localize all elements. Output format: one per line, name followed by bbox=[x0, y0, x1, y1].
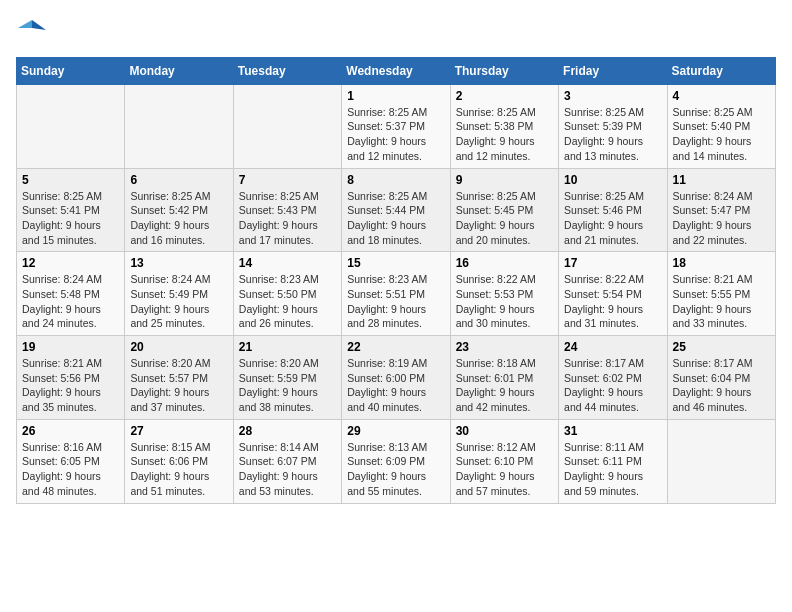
day-cell: 16Sunrise: 8:22 AM Sunset: 5:53 PM Dayli… bbox=[450, 252, 558, 336]
day-number: 10 bbox=[564, 173, 661, 187]
weekday-header-wednesday: Wednesday bbox=[342, 57, 450, 84]
day-number: 4 bbox=[673, 89, 770, 103]
day-cell: 13Sunrise: 8:24 AM Sunset: 5:49 PM Dayli… bbox=[125, 252, 233, 336]
day-info: Sunrise: 8:25 AM Sunset: 5:45 PM Dayligh… bbox=[456, 189, 553, 248]
day-number: 28 bbox=[239, 424, 336, 438]
day-number: 24 bbox=[564, 340, 661, 354]
day-info: Sunrise: 8:21 AM Sunset: 5:56 PM Dayligh… bbox=[22, 356, 119, 415]
weekday-header-saturday: Saturday bbox=[667, 57, 775, 84]
logo-bird-icon bbox=[18, 16, 46, 44]
day-info: Sunrise: 8:14 AM Sunset: 6:07 PM Dayligh… bbox=[239, 440, 336, 499]
day-number: 6 bbox=[130, 173, 227, 187]
day-cell: 20Sunrise: 8:20 AM Sunset: 5:57 PM Dayli… bbox=[125, 336, 233, 420]
day-cell: 10Sunrise: 8:25 AM Sunset: 5:46 PM Dayli… bbox=[559, 168, 667, 252]
day-number: 7 bbox=[239, 173, 336, 187]
day-number: 12 bbox=[22, 256, 119, 270]
calendar-body: 1Sunrise: 8:25 AM Sunset: 5:37 PM Daylig… bbox=[17, 84, 776, 503]
day-cell: 18Sunrise: 8:21 AM Sunset: 5:55 PM Dayli… bbox=[667, 252, 775, 336]
svg-marker-0 bbox=[32, 20, 46, 30]
week-row-5: 26Sunrise: 8:16 AM Sunset: 6:05 PM Dayli… bbox=[17, 419, 776, 503]
day-number: 16 bbox=[456, 256, 553, 270]
day-number: 18 bbox=[673, 256, 770, 270]
day-cell: 12Sunrise: 8:24 AM Sunset: 5:48 PM Dayli… bbox=[17, 252, 125, 336]
day-info: Sunrise: 8:23 AM Sunset: 5:51 PM Dayligh… bbox=[347, 272, 444, 331]
day-info: Sunrise: 8:25 AM Sunset: 5:46 PM Dayligh… bbox=[564, 189, 661, 248]
day-number: 2 bbox=[456, 89, 553, 103]
day-info: Sunrise: 8:25 AM Sunset: 5:39 PM Dayligh… bbox=[564, 105, 661, 164]
day-cell: 24Sunrise: 8:17 AM Sunset: 6:02 PM Dayli… bbox=[559, 336, 667, 420]
day-info: Sunrise: 8:25 AM Sunset: 5:43 PM Dayligh… bbox=[239, 189, 336, 248]
day-info: Sunrise: 8:21 AM Sunset: 5:55 PM Dayligh… bbox=[673, 272, 770, 331]
day-info: Sunrise: 8:24 AM Sunset: 5:48 PM Dayligh… bbox=[22, 272, 119, 331]
day-info: Sunrise: 8:20 AM Sunset: 5:59 PM Dayligh… bbox=[239, 356, 336, 415]
weekday-header-tuesday: Tuesday bbox=[233, 57, 341, 84]
day-number: 13 bbox=[130, 256, 227, 270]
day-info: Sunrise: 8:15 AM Sunset: 6:06 PM Dayligh… bbox=[130, 440, 227, 499]
day-number: 21 bbox=[239, 340, 336, 354]
day-cell: 22Sunrise: 8:19 AM Sunset: 6:00 PM Dayli… bbox=[342, 336, 450, 420]
day-cell: 27Sunrise: 8:15 AM Sunset: 6:06 PM Dayli… bbox=[125, 419, 233, 503]
day-cell: 21Sunrise: 8:20 AM Sunset: 5:59 PM Dayli… bbox=[233, 336, 341, 420]
day-number: 30 bbox=[456, 424, 553, 438]
day-info: Sunrise: 8:25 AM Sunset: 5:44 PM Dayligh… bbox=[347, 189, 444, 248]
svg-marker-1 bbox=[18, 20, 32, 28]
day-number: 25 bbox=[673, 340, 770, 354]
day-number: 3 bbox=[564, 89, 661, 103]
day-info: Sunrise: 8:25 AM Sunset: 5:42 PM Dayligh… bbox=[130, 189, 227, 248]
weekday-header-monday: Monday bbox=[125, 57, 233, 84]
day-number: 1 bbox=[347, 89, 444, 103]
weekday-header-thursday: Thursday bbox=[450, 57, 558, 84]
day-info: Sunrise: 8:25 AM Sunset: 5:38 PM Dayligh… bbox=[456, 105, 553, 164]
day-cell: 25Sunrise: 8:17 AM Sunset: 6:04 PM Dayli… bbox=[667, 336, 775, 420]
day-info: Sunrise: 8:24 AM Sunset: 5:47 PM Dayligh… bbox=[673, 189, 770, 248]
day-info: Sunrise: 8:19 AM Sunset: 6:00 PM Dayligh… bbox=[347, 356, 444, 415]
day-cell: 17Sunrise: 8:22 AM Sunset: 5:54 PM Dayli… bbox=[559, 252, 667, 336]
day-cell: 4Sunrise: 8:25 AM Sunset: 5:40 PM Daylig… bbox=[667, 84, 775, 168]
day-info: Sunrise: 8:17 AM Sunset: 6:02 PM Dayligh… bbox=[564, 356, 661, 415]
weekday-header-row: SundayMondayTuesdayWednesdayThursdayFrid… bbox=[17, 57, 776, 84]
day-number: 26 bbox=[22, 424, 119, 438]
day-cell bbox=[125, 84, 233, 168]
week-row-4: 19Sunrise: 8:21 AM Sunset: 5:56 PM Dayli… bbox=[17, 336, 776, 420]
week-row-1: 1Sunrise: 8:25 AM Sunset: 5:37 PM Daylig… bbox=[17, 84, 776, 168]
day-cell: 9Sunrise: 8:25 AM Sunset: 5:45 PM Daylig… bbox=[450, 168, 558, 252]
day-info: Sunrise: 8:23 AM Sunset: 5:50 PM Dayligh… bbox=[239, 272, 336, 331]
calendar-header: SundayMondayTuesdayWednesdayThursdayFrid… bbox=[17, 57, 776, 84]
day-cell: 5Sunrise: 8:25 AM Sunset: 5:41 PM Daylig… bbox=[17, 168, 125, 252]
day-info: Sunrise: 8:18 AM Sunset: 6:01 PM Dayligh… bbox=[456, 356, 553, 415]
day-cell bbox=[233, 84, 341, 168]
day-number: 9 bbox=[456, 173, 553, 187]
calendar: SundayMondayTuesdayWednesdayThursdayFrid… bbox=[16, 57, 776, 504]
day-cell bbox=[667, 419, 775, 503]
day-cell: 15Sunrise: 8:23 AM Sunset: 5:51 PM Dayli… bbox=[342, 252, 450, 336]
logo bbox=[16, 16, 48, 45]
day-cell: 8Sunrise: 8:25 AM Sunset: 5:44 PM Daylig… bbox=[342, 168, 450, 252]
weekday-header-sunday: Sunday bbox=[17, 57, 125, 84]
day-info: Sunrise: 8:24 AM Sunset: 5:49 PM Dayligh… bbox=[130, 272, 227, 331]
day-cell bbox=[17, 84, 125, 168]
day-number: 17 bbox=[564, 256, 661, 270]
day-number: 29 bbox=[347, 424, 444, 438]
day-number: 5 bbox=[22, 173, 119, 187]
day-cell: 11Sunrise: 8:24 AM Sunset: 5:47 PM Dayli… bbox=[667, 168, 775, 252]
day-info: Sunrise: 8:20 AM Sunset: 5:57 PM Dayligh… bbox=[130, 356, 227, 415]
day-cell: 31Sunrise: 8:11 AM Sunset: 6:11 PM Dayli… bbox=[559, 419, 667, 503]
day-info: Sunrise: 8:25 AM Sunset: 5:41 PM Dayligh… bbox=[22, 189, 119, 248]
day-cell: 29Sunrise: 8:13 AM Sunset: 6:09 PM Dayli… bbox=[342, 419, 450, 503]
day-number: 20 bbox=[130, 340, 227, 354]
day-cell: 3Sunrise: 8:25 AM Sunset: 5:39 PM Daylig… bbox=[559, 84, 667, 168]
day-number: 15 bbox=[347, 256, 444, 270]
day-cell: 30Sunrise: 8:12 AM Sunset: 6:10 PM Dayli… bbox=[450, 419, 558, 503]
week-row-3: 12Sunrise: 8:24 AM Sunset: 5:48 PM Dayli… bbox=[17, 252, 776, 336]
day-cell: 23Sunrise: 8:18 AM Sunset: 6:01 PM Dayli… bbox=[450, 336, 558, 420]
day-info: Sunrise: 8:17 AM Sunset: 6:04 PM Dayligh… bbox=[673, 356, 770, 415]
day-cell: 28Sunrise: 8:14 AM Sunset: 6:07 PM Dayli… bbox=[233, 419, 341, 503]
day-cell: 14Sunrise: 8:23 AM Sunset: 5:50 PM Dayli… bbox=[233, 252, 341, 336]
day-number: 22 bbox=[347, 340, 444, 354]
day-info: Sunrise: 8:22 AM Sunset: 5:53 PM Dayligh… bbox=[456, 272, 553, 331]
day-number: 23 bbox=[456, 340, 553, 354]
day-info: Sunrise: 8:22 AM Sunset: 5:54 PM Dayligh… bbox=[564, 272, 661, 331]
day-info: Sunrise: 8:25 AM Sunset: 5:37 PM Dayligh… bbox=[347, 105, 444, 164]
day-number: 8 bbox=[347, 173, 444, 187]
day-number: 14 bbox=[239, 256, 336, 270]
